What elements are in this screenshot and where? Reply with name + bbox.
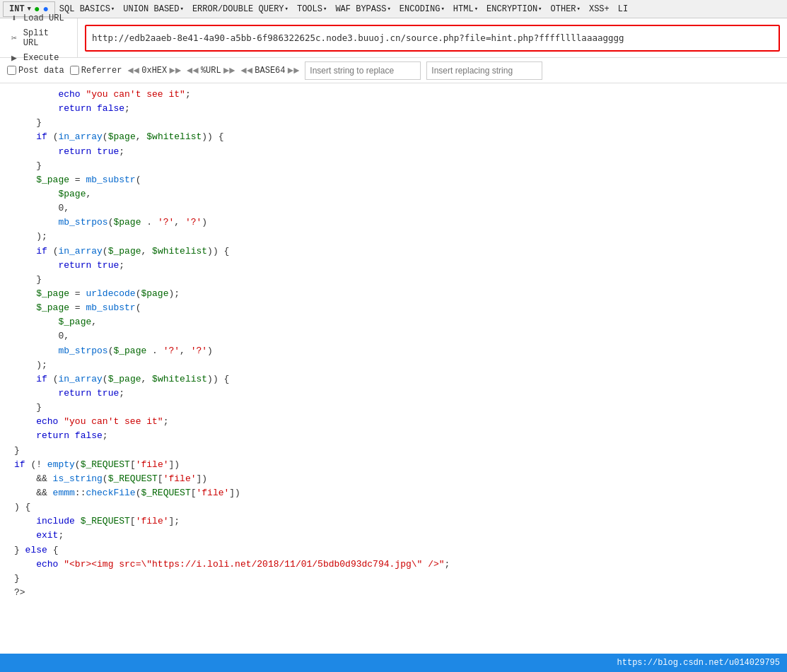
code-line: $_page = mb_substr( xyxy=(0,301,787,315)
base64-encode-arrow[interactable]: ►► xyxy=(288,65,300,76)
menubar-item-error-double-query[interactable]: ERROR/DOUBLE QUERY▾ xyxy=(188,3,293,16)
menu-label: UNION BASED xyxy=(123,4,179,14)
code-line: return false; xyxy=(0,429,787,443)
hex-label: 0xHEX xyxy=(141,66,167,76)
url-area xyxy=(78,18,787,57)
replacing-string-input[interactable] xyxy=(426,61,542,80)
code-line: return true; xyxy=(0,259,787,273)
code-line: $_page = mb_substr( xyxy=(0,173,787,187)
menu-label: WAF BYPASS xyxy=(335,4,386,14)
statusbar-url: https://blog.csdn.net/u014029795 xyxy=(617,658,780,668)
menubar-item-encryption[interactable]: ENCRYPTION▾ xyxy=(482,3,546,16)
chevron-icon: ▾ xyxy=(441,5,444,13)
menu-label: LI xyxy=(618,4,628,14)
menubar-item-tools[interactable]: TOOLS▾ xyxy=(293,3,331,16)
post-data-label: Post data xyxy=(18,66,64,76)
code-line: echo "<br><img src=\"https://i.loli.net/… xyxy=(0,558,787,572)
menubar-item-union-based[interactable]: UNION BASED▾ xyxy=(119,3,188,16)
code-line: ); xyxy=(0,230,787,244)
code-line: include $_REQUEST['file']; xyxy=(0,514,787,529)
menubar-item-encoding[interactable]: ENCODING▾ xyxy=(395,3,449,16)
code-area: echo "you can't see it"; return false; }… xyxy=(0,83,787,654)
code-line: && is_string($_REQUEST['file']) xyxy=(0,472,787,486)
code-line: echo "you can't see it"; xyxy=(0,88,787,102)
base64-decode-arrow[interactable]: ◄◄ xyxy=(241,65,253,76)
hex-encode-group: ◄◄ 0xHEX ►► xyxy=(127,65,181,76)
url-decode-arrow[interactable]: ◄◄ xyxy=(187,65,199,76)
code-line: return false; xyxy=(0,102,787,116)
chevron-icon: ▾ xyxy=(474,5,478,13)
menu-label: XSS+ xyxy=(589,4,610,14)
url-input[interactable] xyxy=(85,25,780,52)
chevron-icon: ▾ xyxy=(111,5,115,13)
load-url-button[interactable]: ⬇ Load URL xyxy=(6,11,71,25)
menubar-item-waf-bypass[interactable]: WAF BYPASS▾ xyxy=(331,3,395,16)
post-data-checkbox-label[interactable]: Post data xyxy=(7,66,64,76)
code-line: if (! empty($_REQUEST['file']) xyxy=(0,458,787,472)
url-label: %URL xyxy=(201,66,221,76)
code-line: return true; xyxy=(0,387,787,401)
menu-label: TOOLS xyxy=(297,4,322,14)
menu-label: OTHER xyxy=(551,4,576,14)
code-line: mb_strpos($page . '?', '?') xyxy=(0,216,787,230)
execute-icon: ▶ xyxy=(8,52,20,64)
chevron-icon: ▾ xyxy=(285,5,288,13)
menubar-item-xss[interactable]: XSS+ xyxy=(585,3,614,16)
toolbar: ⬇ Load URL ✂ Split URL ▶ Execute xyxy=(0,18,787,58)
base64-label: BASE64 xyxy=(255,66,285,76)
replace-string-input[interactable] xyxy=(305,61,421,80)
code-line: ) { xyxy=(0,500,787,514)
chevron-icon: ▾ xyxy=(387,5,390,13)
options-bar: Post data Referrer ◄◄ 0xHEX ►► ◄◄ %URL ►… xyxy=(0,58,787,83)
chevron-icon: ▾ xyxy=(323,5,327,13)
menubar: INT ▼ ● ● SQL BASICS▾ UNION BASED▾ ERROR… xyxy=(0,0,787,18)
menubar-item-li[interactable]: LI xyxy=(614,3,632,16)
load-url-label: Load URL xyxy=(23,13,64,23)
code-line: 0, xyxy=(0,329,787,343)
hex-decode-arrow[interactable]: ◄◄ xyxy=(127,65,139,76)
code-line: } xyxy=(0,159,787,173)
post-data-checkbox[interactable] xyxy=(7,66,16,75)
menu-label: ENCRYPTION xyxy=(486,4,537,14)
chevron-icon: ▾ xyxy=(180,5,183,13)
execute-button[interactable]: ▶ Execute xyxy=(6,51,71,65)
code-line: } xyxy=(0,116,787,130)
menubar-item-html[interactable]: HTML▾ xyxy=(449,3,482,16)
code-line: } xyxy=(0,572,787,586)
menubar-item-other[interactable]: OTHER▾ xyxy=(547,3,585,16)
code-line: ); xyxy=(0,358,787,372)
code-line: ?> xyxy=(0,586,787,600)
code-line: return true; xyxy=(0,145,787,159)
code-line: && emmm::checkFile($_REQUEST['file']) xyxy=(0,486,787,500)
split-url-label: Split URL xyxy=(23,28,69,48)
load-url-icon: ⬇ xyxy=(8,13,20,24)
code-line: } xyxy=(0,273,787,287)
split-url-icon: ✂ xyxy=(8,33,20,44)
code-line: } xyxy=(0,444,787,458)
code-line: $_page, xyxy=(0,315,787,329)
code-line: mb_strpos($_page . '?', '?') xyxy=(0,344,787,358)
base64-encode-group: ◄◄ BASE64 ►► xyxy=(241,65,300,76)
referrer-label: Referrer xyxy=(81,66,122,76)
execute-label: Execute xyxy=(23,53,59,63)
chevron-icon: ▾ xyxy=(538,5,542,13)
code-line: if (in_array($_page, $whitelist)) { xyxy=(0,372,787,387)
referrer-checkbox-label[interactable]: Referrer xyxy=(70,66,122,76)
menu-label: HTML xyxy=(453,4,474,14)
code-line: $page, xyxy=(0,187,787,201)
hex-encode-arrow[interactable]: ►► xyxy=(169,65,181,76)
code-line: echo "you can't see it"; xyxy=(0,415,787,429)
split-url-button[interactable]: ✂ Split URL xyxy=(6,27,71,49)
url-encode-arrow[interactable]: ►► xyxy=(223,65,235,76)
chevron-icon: ▾ xyxy=(577,5,581,13)
code-line: } xyxy=(0,401,787,415)
code-line: } else { xyxy=(0,543,787,558)
referrer-checkbox[interactable] xyxy=(70,66,79,75)
code-line: if (in_array($page, $whitelist)) { xyxy=(0,130,787,144)
statusbar: https://blog.csdn.net/u014029795 xyxy=(0,654,787,672)
menu-label: ERROR/DOUBLE QUERY xyxy=(192,4,284,14)
code-line: if (in_array($_page, $whitelist)) { xyxy=(0,244,787,259)
menu-label: ENCODING xyxy=(400,4,441,14)
code-line: exit; xyxy=(0,529,787,543)
code-line: $_page = urldecode($page); xyxy=(0,287,787,301)
